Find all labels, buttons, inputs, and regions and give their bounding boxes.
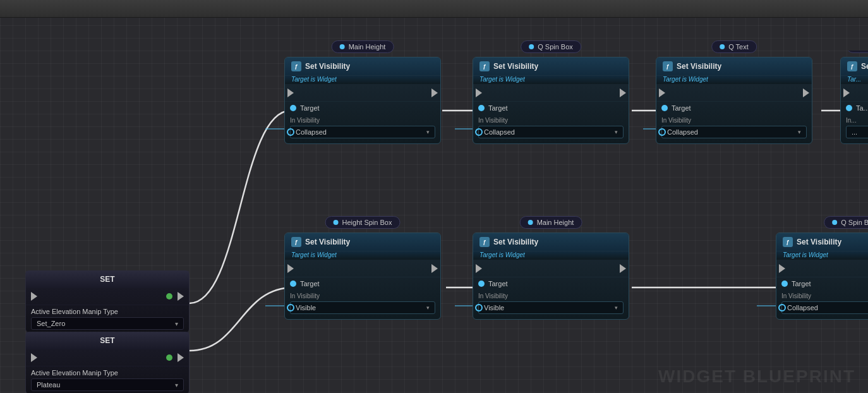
exec-pins-row: [285, 84, 440, 102]
exec-triangle-left: [843, 88, 850, 97]
visibility-pin-connector: [287, 304, 294, 311]
visibility-label: In...: [846, 117, 868, 124]
visibility-dropdown[interactable]: Collapsed ▾: [478, 126, 624, 138]
visibility-pin-connector: [287, 128, 294, 136]
node-body: ƒ Set Visibility Target is Widget Target…: [284, 57, 441, 144]
node-q-spin-box-2-pill: Q Spin Box: [824, 216, 868, 229]
node-rand-pill: Rand...: [847, 51, 868, 53]
exec-triangle-left: [476, 88, 482, 97]
visibility-dropdown[interactable]: Collapsed ▾: [781, 301, 868, 314]
visibility-label: In Visibility: [661, 117, 807, 124]
exec-pin-right: [429, 88, 440, 97]
visibility-value: Collapsed: [484, 128, 515, 136]
visibility-pin-connector: [778, 304, 786, 311]
field-label: Active Elevation Manip Type: [31, 369, 184, 377]
exec-pin-left: [473, 88, 485, 97]
visibility-field: In Visibility Collapsed ▾: [656, 114, 812, 143]
exec-triangle-left: [287, 264, 294, 273]
set-node-dropdown-2[interactable]: Plateau ▾: [31, 378, 184, 391]
node-subtitle: Target is Widget: [285, 76, 440, 84]
node-title-bar: ƒ Set Visibility: [656, 57, 812, 76]
green-output-dot: [166, 354, 172, 361]
green-output-dot: [166, 293, 172, 299]
target-row: Target: [656, 102, 812, 114]
exec-pin-left: [841, 88, 852, 97]
node-q-text: Q Text ƒ Set Visibility Target is Widget…: [656, 51, 812, 144]
visibility-value: Visible: [296, 304, 316, 311]
node-title: Set Visibility: [305, 62, 350, 71]
func-icon: ƒ: [663, 61, 673, 71]
node-subtitle: Target is Widget: [473, 251, 629, 260]
pill-dot: [528, 220, 533, 225]
target-pin-dot: [290, 105, 296, 111]
target-label: Target: [488, 280, 508, 287]
node-q-spin-box-pill: Q Spin Box: [521, 40, 581, 53]
node-title: Se...: [861, 62, 868, 71]
exec-pins-row: [841, 84, 868, 102]
pill-label: Q Text: [728, 43, 749, 51]
dropdown-arrow-icon: ▾: [426, 305, 430, 311]
pill-label: Height Spin Box: [342, 219, 392, 226]
node-main-height: Main Height ƒ Set Visibility Target is W…: [284, 51, 441, 144]
exec-triangle-left: [287, 88, 294, 97]
exec-triangle-right: [431, 88, 438, 97]
exec-triangle-right: [431, 264, 438, 273]
set-node-dropdown-1[interactable]: Set_Zero ▾: [31, 317, 184, 330]
node-body: ƒ Set Visibility Target is Widget Target…: [473, 233, 629, 320]
visibility-field: In Visibility Collapsed ▾: [776, 290, 868, 319]
exec-pins-row: [473, 260, 629, 277]
target-row: Target: [473, 277, 629, 290]
top-bar: [0, 0, 868, 18]
target-row: Ta...: [841, 102, 868, 114]
field-value: Set_Zero: [37, 320, 65, 327]
pill-label: Q Spin Box: [538, 43, 573, 51]
node-q-spin-box-2: Q Spin Box ƒ Set Visibility Target is Wi…: [776, 226, 868, 320]
target-row: Target: [285, 277, 440, 290]
pill-label: Main Height: [537, 219, 574, 226]
exec-triangle-left: [779, 264, 785, 273]
node-body: ƒ Set Visibility Target is Widget Target…: [473, 57, 629, 144]
target-label: Target: [672, 104, 691, 112]
field-value: Plateau: [37, 381, 60, 389]
visibility-field: In Visibility Collapsed ▾: [473, 114, 629, 143]
pill-label: Q Spin Box: [841, 219, 868, 226]
dropdown-arrow-icon: ▾: [615, 129, 618, 135]
visibility-value: Collapsed: [667, 128, 698, 136]
visibility-dropdown[interactable]: Collapsed ▾: [290, 126, 435, 138]
target-pin-dot: [290, 281, 296, 287]
set-node-header: SET: [26, 332, 189, 349]
pill-dot: [832, 220, 837, 225]
visibility-pin-connector: [475, 304, 483, 311]
visibility-value: Visible: [484, 304, 504, 311]
set-node-field-2: Active Elevation Manip Type Plateau ▾: [26, 366, 189, 393]
exec-triangle-left: [476, 264, 482, 273]
func-icon: ƒ: [783, 237, 793, 247]
pill-dot: [340, 44, 345, 49]
visibility-dropdown[interactable]: Visible ▾: [478, 301, 624, 314]
node-title-bar: ƒ Set Visibility: [285, 57, 440, 76]
visibility-dropdown[interactable]: Collapsed ▾: [661, 126, 807, 138]
target-pin-dot: [661, 105, 668, 111]
set-node-2: SET Active Elevation Manip Type Plateau …: [25, 332, 190, 393]
dropdown-arrow-icon: ▾: [426, 129, 430, 135]
visibility-pin-connector: [475, 128, 483, 136]
pill-label: Main Height: [349, 43, 386, 51]
exec-pin-left: [285, 264, 296, 273]
pill-dot: [720, 44, 725, 49]
visibility-value: Collapsed: [296, 128, 327, 136]
set-node-1: SET Active Elevation Manip Type Set_Zero…: [25, 270, 190, 333]
node-rand: Rand... ƒ Se... Tar... Ta... In... ...: [840, 51, 868, 144]
visibility-field: In Visibility Collapsed ▾: [285, 114, 440, 143]
visibility-dropdown[interactable]: ...: [846, 126, 868, 138]
dropdown-arrow-icon: ▾: [798, 129, 801, 135]
func-icon: ƒ: [479, 61, 490, 71]
visibility-dropdown[interactable]: Visible ▾: [290, 301, 435, 314]
target-label: Target: [488, 104, 508, 112]
node-subtitle: Target is Widget: [285, 251, 440, 260]
target-label: Target: [792, 280, 811, 287]
exec-pins-row: [656, 84, 812, 102]
exec-triangle-right: [178, 353, 184, 362]
exec-pin-right: [617, 264, 629, 273]
visibility-pin-connector: [658, 128, 666, 136]
exec-pin-right: [617, 88, 629, 97]
